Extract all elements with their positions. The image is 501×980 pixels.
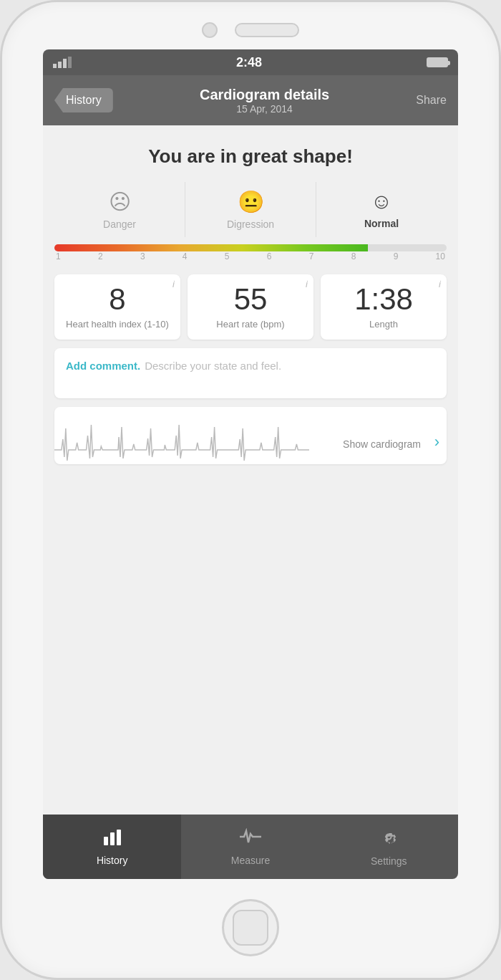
status-danger: ☹ Danger: [54, 182, 185, 237]
comment-placeholder: Describe your state and feel.: [145, 360, 281, 372]
scale-4: 4: [183, 251, 188, 261]
battery-icon: [427, 57, 448, 67]
status-indicators-row: ☹ Danger 😐 Digression ☺ Normal: [43, 182, 458, 244]
hero-message: You are in great shape!: [43, 125, 458, 182]
settings-tab-label: Settings: [371, 855, 407, 867]
scale-6: 6: [267, 251, 272, 261]
svg-rect-1: [110, 832, 115, 845]
home-button[interactable]: [222, 899, 279, 956]
history-tab-label: History: [97, 855, 128, 866]
gradient-empty: [368, 244, 447, 251]
phone-top-bar: [2, 2, 499, 49]
svg-rect-0: [104, 837, 108, 845]
length-card: i 1:38 Length: [321, 274, 447, 340]
tab-history[interactable]: History: [43, 815, 181, 879]
status-time: 2:48: [236, 55, 262, 70]
tab-bar: History Measure: [43, 815, 458, 879]
comment-box[interactable]: Add comment. Describe your state and fee…: [54, 348, 447, 398]
nav-title-sub: 15 Apr, 2014: [200, 103, 329, 115]
measure-tab-icon: [240, 828, 261, 850]
share-button[interactable]: Share: [416, 94, 447, 107]
scale-5: 5: [225, 251, 230, 261]
length-value: 1:38: [354, 284, 413, 314]
phone-shell: 2:48 History Cardiogram details 15 Apr, …: [0, 0, 501, 980]
scale-8: 8: [351, 251, 356, 261]
tab-measure[interactable]: Measure: [181, 815, 319, 879]
danger-face-icon: ☹: [109, 189, 131, 214]
length-label: Length: [369, 319, 398, 330]
measure-tab-label: Measure: [231, 855, 270, 866]
heart-health-value: 8: [109, 284, 125, 314]
stats-row: i 8 Heart health index (1-10) i 55 Heart…: [43, 266, 458, 348]
back-button[interactable]: History: [54, 88, 113, 112]
heart-health-label: Heart health index (1-10): [66, 319, 169, 330]
scale-1: 1: [56, 251, 61, 261]
gradient-filled: [54, 244, 368, 251]
scale-3: 3: [140, 251, 145, 261]
scale-labels: 1 2 3 4 5 6 7 8 9 10: [54, 251, 447, 261]
nav-title: Cardiogram details 15 Apr, 2014: [200, 87, 329, 115]
heart-health-card: i 8 Heart health index (1-10): [54, 274, 180, 340]
status-bar: 2:48: [43, 49, 458, 75]
heart-health-info-icon[interactable]: i: [172, 279, 175, 289]
status-digression: 😐 Digression: [185, 182, 316, 237]
svg-rect-2: [117, 830, 121, 845]
scale-2: 2: [98, 251, 103, 261]
heart-rate-value: 55: [234, 284, 268, 314]
home-button-area: [2, 886, 499, 978]
health-scale-section: 1 2 3 4 5 6 7 8 9 10: [43, 244, 458, 266]
scale-7: 7: [309, 251, 314, 261]
signal-icon: [53, 57, 72, 68]
home-button-inner: [233, 910, 268, 946]
show-cardiogram-label: Show cardiogram: [343, 438, 421, 450]
heart-rate-card: i 55 Heart rate (bpm): [188, 274, 313, 340]
navigation-bar: History Cardiogram details 15 Apr, 2014 …: [43, 75, 458, 125]
status-normal: ☺ Normal: [316, 182, 447, 237]
gradient-bar: [54, 244, 447, 251]
earpiece-speaker: [235, 23, 299, 37]
digression-face-icon: 😐: [238, 189, 264, 214]
scale-10: 10: [436, 251, 445, 261]
main-content: You are in great shape! ☹ Danger 😐 Digre…: [43, 125, 458, 815]
front-camera: [202, 22, 218, 38]
heart-rate-info-icon[interactable]: i: [306, 279, 308, 289]
cardiogram-preview[interactable]: Show cardiogram ›: [54, 407, 447, 464]
phone-screen: 2:48 History Cardiogram details 15 Apr, …: [43, 49, 458, 879]
ecg-chart: [54, 407, 309, 464]
danger-label: Danger: [103, 218, 136, 230]
digression-label: Digression: [227, 218, 274, 230]
tab-settings[interactable]: Settings: [320, 815, 458, 879]
scale-9: 9: [394, 251, 399, 261]
chevron-right-icon[interactable]: ›: [434, 433, 439, 451]
add-comment-label[interactable]: Add comment.: [66, 360, 140, 372]
settings-tab-icon: [379, 827, 398, 851]
normal-label: Normal: [364, 218, 399, 229]
history-tab-icon: [102, 828, 122, 850]
heart-rate-label: Heart rate (bpm): [216, 319, 284, 330]
normal-face-icon: ☺: [371, 189, 393, 213]
nav-title-main: Cardiogram details: [200, 87, 329, 103]
length-info-icon[interactable]: i: [439, 279, 441, 289]
